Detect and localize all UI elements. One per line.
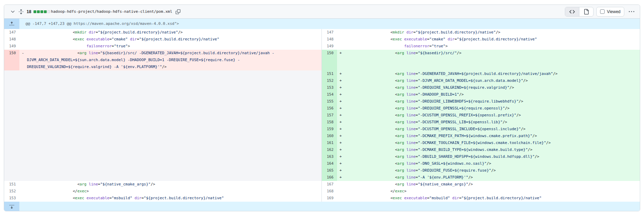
viewed-toggle-button[interactable]: Viewed xyxy=(596,7,624,17)
file-header-left: 18 hadoop-hdfs-project/hadoop-hdfs-nativ… xyxy=(4,9,181,15)
diff-line-new-167: 167 <arg line="${native_cmake_args}"/> xyxy=(322,181,640,188)
line-number-new-149[interactable]: 149 xyxy=(322,43,337,50)
diffstat-added-square xyxy=(40,10,43,13)
diff-line-new-160: 160+ <arg line="-DCMAKE_PREFIX_PATH=${wi… xyxy=(322,133,640,140)
diff-line-old-153: 153 <exec executable="msbuild" dir="${pr… xyxy=(4,195,321,202)
diff-line-new-165: 165+ <arg line="-DREQUIRE_FUSE=${require… xyxy=(322,167,640,174)
line-number-new-154[interactable]: 154 xyxy=(322,91,337,98)
addition-marker: + xyxy=(339,119,342,126)
hunk-header-text: @@ -147,7 +147,23 @@ https://maven.apach… xyxy=(19,19,640,29)
expand-up-button[interactable] xyxy=(4,19,19,29)
code-line-new-163: + <arg line="-DBUILD_SHARED_HDFSPP=${win… xyxy=(337,153,640,160)
line-number-old-148[interactable]: 148 xyxy=(4,36,19,43)
diff-line-new-164: 164+ <arg line="-DNO_SASL=${windows.no.s… xyxy=(322,160,640,167)
addition-marker: + xyxy=(339,167,342,174)
diff-line-new-147: 147 <mkdir dir="${project.build.director… xyxy=(322,29,640,36)
line-number-old-151[interactable]: 151 xyxy=(4,181,19,188)
diffstat-added-square xyxy=(44,10,47,13)
addition-marker: + xyxy=(339,105,342,112)
diff-line-old-151: 151 <arg line="${native_cmake_args}"/> xyxy=(4,181,321,188)
source-diff-button[interactable] xyxy=(565,7,579,16)
addition-marker: + xyxy=(339,174,342,181)
diff-pane-new: 147 <mkdir dir="${project.build.director… xyxy=(322,29,640,202)
diff-line-new-159: 159+ <arg line="-DCUSTOM_OPENSSL_INCLUDE… xyxy=(322,126,640,133)
line-number-new-152[interactable]: 152 xyxy=(322,77,337,84)
code-line-old-153: <exec executable="msbuild" dir="${projec… xyxy=(19,195,321,202)
line-number-new-157[interactable]: 157 xyxy=(322,112,337,119)
line-number-new-147[interactable]: 147 xyxy=(322,29,337,36)
deletion-marker: - xyxy=(22,50,24,57)
line-number-new-164[interactable]: 164 xyxy=(322,160,337,167)
addition-marker: + xyxy=(339,133,342,140)
line-number-new-168[interactable]: 168 xyxy=(322,188,337,195)
line-number-old-153[interactable]: 153 xyxy=(4,195,19,202)
addition-marker: + xyxy=(339,50,342,57)
collapse-file-button[interactable] xyxy=(10,9,16,15)
file-header-right: Viewed xyxy=(565,7,640,17)
line-number-new-148[interactable]: 148 xyxy=(322,36,337,43)
line-number-new-167[interactable]: 167 xyxy=(322,181,337,188)
code-icon xyxy=(569,9,575,15)
code-line-old-149: failonerror="true"> xyxy=(19,43,321,50)
code-line-new-168: </exec> xyxy=(337,188,640,195)
addition-marker: + xyxy=(339,146,342,153)
line-number-new-158[interactable]: 158 xyxy=(322,119,337,126)
code-line-new-151: + <arg line="-DGENERATED_JAVAH=${project… xyxy=(337,70,640,77)
expand-down-button[interactable] xyxy=(4,202,19,211)
kebab-horizontal-icon xyxy=(629,9,634,15)
addition-marker: + xyxy=(339,77,342,84)
line-number-old-147[interactable]: 147 xyxy=(4,29,19,36)
code-line-new-149: failonerror="true"> xyxy=(337,43,640,50)
diff-line-new-148: 148 <exec executable="cmake" dir="${proj… xyxy=(322,36,640,43)
bottom-expander-row xyxy=(4,202,640,211)
code-line-new-148: <exec executable="cmake" dir="${project.… xyxy=(337,36,640,43)
diff-pane-old: 147 <mkdir dir="${project.build.director… xyxy=(4,29,321,202)
copy-file-path-button[interactable] xyxy=(175,9,181,15)
code-line-new-156: + <arg line="-DREQUIRE_OPENSSL=${require… xyxy=(337,105,640,112)
code-line-new-154: + <arg line="-DHADOOP_BUILD=1"/> xyxy=(337,91,640,98)
line-number-old-150[interactable]: 150 xyxy=(4,50,19,70)
viewed-checkbox[interactable] xyxy=(600,9,605,14)
unfold-icon xyxy=(18,9,24,15)
line-number-new-160[interactable]: 160 xyxy=(322,133,337,140)
line-number-new-156[interactable]: 156 xyxy=(322,105,337,112)
line-number-new-163[interactable]: 163 xyxy=(322,153,337,160)
diff-line-new-154: 154+ <arg line="-DHADOOP_BUILD=1"/> xyxy=(322,91,640,98)
code-line-old-147: <mkdir dir="${project.build.directory}/n… xyxy=(19,29,321,36)
line-number-new-169[interactable]: 169 xyxy=(322,195,337,202)
code-line-old-148: <exec executable="cmake" dir="${project.… xyxy=(19,36,321,43)
line-number-new-162[interactable]: 162 xyxy=(322,146,337,153)
line-number-new-151[interactable]: 151 xyxy=(322,70,337,77)
rich-diff-button[interactable] xyxy=(579,7,593,16)
chevron-down-icon xyxy=(10,9,16,15)
code-line-new-159: + <arg line="-DCUSTOM_OPENSSL_INCLUDE=${… xyxy=(337,126,640,133)
diff-line-new-163: 163+ <arg line="-DBUILD_SHARED_HDFSPP=${… xyxy=(322,153,640,160)
file-icon xyxy=(584,9,589,15)
line-number-new-155[interactable]: 155 xyxy=(322,98,337,105)
line-number-new-153[interactable]: 153 xyxy=(322,84,337,91)
line-number-new-165[interactable]: 165 xyxy=(322,167,337,174)
code-line-new-152: + <arg line="-DJVM_ARCH_DATA_MODEL=${sun… xyxy=(337,77,640,84)
fold-up-icon xyxy=(9,21,15,27)
diffstat-added-square xyxy=(34,10,36,13)
line-number-old-152[interactable]: 152 xyxy=(4,188,19,195)
diff-line-new-157: 157+ <arg line="-DCUSTOM_OPENSSL_PREFIX=… xyxy=(322,112,640,119)
expand-all-button[interactable] xyxy=(18,9,24,15)
file-path-link[interactable]: hadoop-hdfs-project/hadoop-hdfs-native-c… xyxy=(51,9,172,14)
code-line-new-160: + <arg line="-DCMAKE_PREFIX_PATH=${windo… xyxy=(337,133,640,140)
line-number-new-166[interactable]: 166 xyxy=(322,174,337,181)
code-line-new-150: + <arg line="${basedir}/src/"/> xyxy=(337,50,640,70)
code-line-new-157: + <arg line="-DCUSTOM_OPENSSL_PREFIX=${o… xyxy=(337,112,640,119)
line-number-old-149[interactable]: 149 xyxy=(4,43,19,50)
line-number-new-161[interactable]: 161 xyxy=(322,140,337,146)
addition-marker: + xyxy=(339,91,342,98)
addition-marker: + xyxy=(339,112,342,119)
line-number-new-150[interactable]: 150 xyxy=(322,50,337,70)
diff-line-new-168: 168 </exec> xyxy=(322,188,640,195)
diff-line-new-152: 152+ <arg line="-DJVM_ARCH_DATA_MODEL=${… xyxy=(322,77,640,84)
diff-line-new-158: 158+ <arg line="-DCUSTOM_OPENSSL_LIB=${o… xyxy=(322,119,640,126)
file-options-button[interactable] xyxy=(629,9,634,15)
diffstat-added-square xyxy=(37,10,40,13)
line-number-new-159[interactable]: 159 xyxy=(322,126,337,133)
addition-marker: + xyxy=(339,98,342,105)
